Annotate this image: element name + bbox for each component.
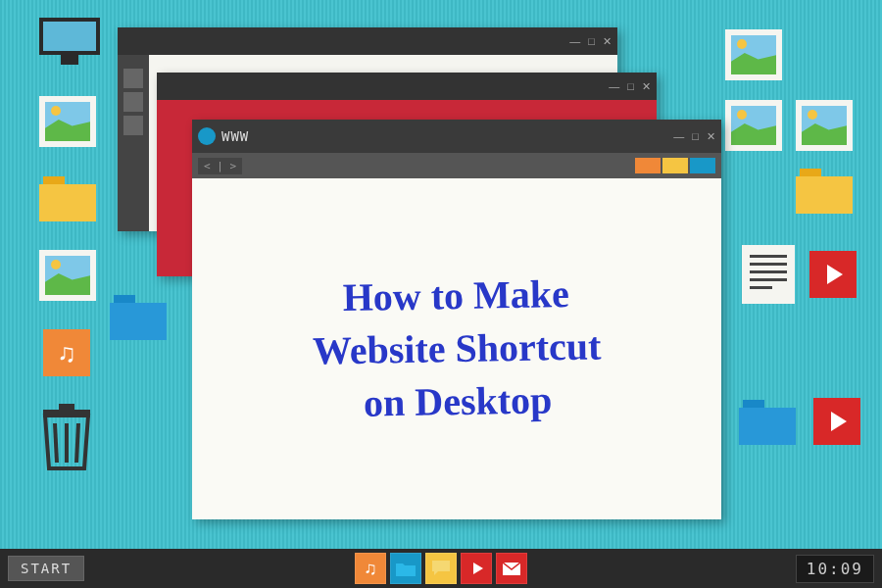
tray-folder-icon[interactable] <box>390 553 421 584</box>
url-label: WWW <box>221 128 249 144</box>
tray-play-icon[interactable] <box>461 553 492 584</box>
tab-chip[interactable] <box>690 158 715 173</box>
video-icon[interactable] <box>813 398 860 445</box>
trash-icon[interactable] <box>37 404 96 472</box>
close-icon[interactable]: ✕ <box>603 35 612 48</box>
nav-arrows[interactable]: < | > <box>198 158 242 174</box>
maximize-icon[interactable]: □ <box>627 80 634 93</box>
tab-chip[interactable] <box>662 158 688 173</box>
photo-icon[interactable] <box>39 96 96 147</box>
site-icon <box>198 127 216 145</box>
titlebar[interactable]: — □ ✕ <box>157 73 657 100</box>
photo-icon[interactable] <box>796 100 853 151</box>
browser-toolbar: < | > <box>192 153 721 178</box>
folder-icon[interactable] <box>110 295 167 340</box>
folder-icon[interactable] <box>39 176 96 221</box>
minimize-icon[interactable]: — <box>673 130 684 143</box>
close-icon[interactable]: ✕ <box>642 80 651 93</box>
photo-icon[interactable] <box>39 250 96 301</box>
taskbar-clock[interactable]: 10:09 <box>796 555 874 583</box>
taskbar-tray: ♫ <box>355 553 527 584</box>
svg-line-0 <box>55 423 57 463</box>
tray-chat-icon[interactable] <box>425 553 457 584</box>
tray-mail-icon[interactable] <box>496 553 527 584</box>
titlebar[interactable]: WWW — □ ✕ <box>192 120 721 153</box>
page-title: How to MakeWebsite Shortcuton Desktop <box>311 267 602 430</box>
folder-icon[interactable] <box>739 400 796 445</box>
desktop: ♫ <box>0 0 882 549</box>
document-icon[interactable] <box>742 245 795 304</box>
maximize-icon[interactable]: □ <box>588 35 595 48</box>
tray-music-icon[interactable]: ♫ <box>355 553 386 584</box>
taskbar: START ♫ 10:09 <box>0 549 882 588</box>
svg-rect-4 <box>59 404 74 412</box>
browser-content: How to MakeWebsite Shortcuton Desktop <box>192 178 721 519</box>
tab-chip[interactable] <box>635 158 661 173</box>
photo-icon[interactable] <box>725 29 782 80</box>
titlebar[interactable]: — □ ✕ <box>118 27 617 55</box>
maximize-icon[interactable]: □ <box>692 130 699 143</box>
photo-icon[interactable] <box>725 100 782 151</box>
minimize-icon[interactable]: — <box>569 35 580 48</box>
window-sidebar <box>118 55 149 231</box>
folder-icon[interactable] <box>796 169 853 214</box>
start-button[interactable]: START <box>8 556 84 581</box>
monitor-icon[interactable] <box>39 18 100 67</box>
svg-line-2 <box>76 423 78 463</box>
minimize-icon[interactable]: — <box>609 80 619 93</box>
music-icon[interactable]: ♫ <box>43 329 90 376</box>
video-icon[interactable] <box>809 251 857 298</box>
close-icon[interactable]: ✕ <box>707 130 715 143</box>
browser-window[interactable]: WWW — □ ✕ < | > How to MakeWebsite Short… <box>192 120 721 519</box>
